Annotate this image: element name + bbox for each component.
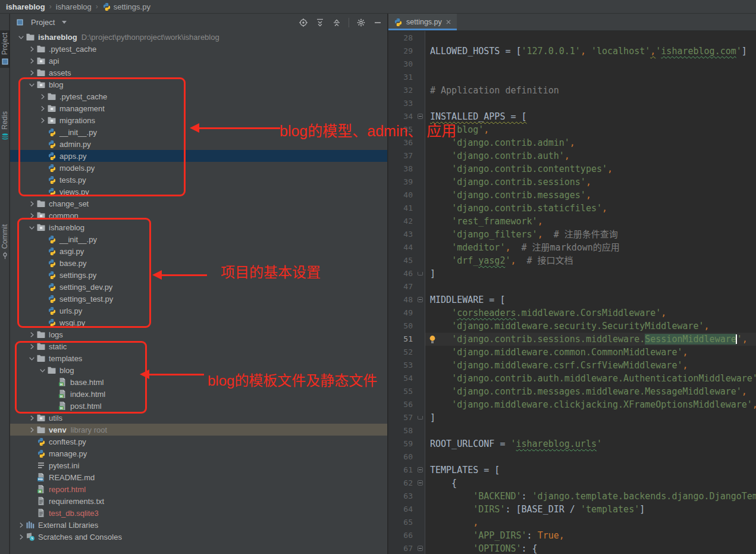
line-number[interactable]: 48 bbox=[388, 293, 425, 306]
line-number[interactable]: 44 bbox=[388, 241, 425, 254]
line-number[interactable]: 49 bbox=[388, 306, 425, 320]
line-number[interactable]: 35 bbox=[388, 123, 425, 136]
tree-item-static[interactable]: static bbox=[10, 340, 387, 352]
fold-marker-icon[interactable] bbox=[418, 416, 423, 420]
tree-item-views.py[interactable]: views.py bbox=[10, 186, 387, 198]
line-number[interactable]: 45 bbox=[388, 254, 425, 267]
line-number[interactable]: 54 bbox=[388, 372, 425, 385]
tree-item-ishareblog[interactable]: ishareblogD:\project\pythonproject\work\… bbox=[10, 31, 387, 43]
code-line-63[interactable]: 'BACKEND': 'django.template.backends.dja… bbox=[425, 490, 756, 503]
line-number[interactable]: 58 bbox=[388, 424, 425, 437]
tree-item-readme.md[interactable]: MDREADME.md bbox=[10, 471, 387, 483]
line-number[interactable]: 62 bbox=[388, 477, 425, 490]
tree-item-settings_test.py[interactable]: settings_test.py bbox=[10, 293, 387, 305]
tree-item-settings.py[interactable]: settings.py bbox=[10, 269, 387, 281]
tree-item-base.html[interactable]: Hbase.html bbox=[10, 376, 387, 388]
line-number[interactable]: 34 bbox=[388, 110, 425, 123]
fold-marker-icon[interactable] bbox=[418, 114, 423, 119]
tree-item-change_set[interactable]: change_set bbox=[10, 198, 387, 209]
chevron-expanded-icon[interactable] bbox=[27, 80, 36, 89]
code-line-66[interactable]: 'APP_DIRS': True, bbox=[425, 529, 756, 542]
chevron-expanded-icon[interactable] bbox=[37, 365, 47, 375]
code-line-58[interactable] bbox=[425, 424, 756, 437]
code-line-49[interactable]: 'corsheaders.middleware.CorsMiddleware', bbox=[425, 306, 756, 320]
tree-item-tests.py[interactable]: tests.py bbox=[10, 174, 387, 186]
code-area[interactable]: ALLOWED_HOSTS = ['127.0.0.1', 'localhost… bbox=[425, 31, 756, 554]
code-line-37[interactable]: 'django.contrib.auth', bbox=[425, 149, 756, 162]
tree-item-apps.py[interactable]: apps.py bbox=[10, 150, 387, 162]
code-line-64[interactable]: 'DIRS': [BASE_DIR / 'templates'] bbox=[425, 503, 756, 516]
tree-item-test_db.sqlite3[interactable]: test_db.sqlite3 bbox=[10, 507, 387, 519]
fold-marker-icon[interactable] bbox=[418, 546, 423, 551]
code-line-36[interactable]: 'django.contrib.admin', bbox=[425, 136, 756, 149]
chevron-collapsed-icon[interactable] bbox=[27, 68, 36, 77]
line-number[interactable]: 47 bbox=[388, 280, 425, 293]
code-line-57[interactable]: ] bbox=[425, 411, 756, 424]
stripe-button-commit[interactable]: Commit bbox=[0, 222, 10, 262]
code-line-48[interactable]: MIDDLEWARE = [ bbox=[425, 293, 756, 306]
line-number[interactable]: 56 bbox=[388, 398, 425, 411]
tree-item-templates[interactable]: templates bbox=[10, 352, 387, 364]
code-line-33[interactable] bbox=[425, 97, 756, 110]
chevron-collapsed-icon[interactable] bbox=[27, 56, 36, 65]
line-number[interactable]: 37 bbox=[388, 149, 425, 162]
line-number[interactable]: 32 bbox=[388, 84, 425, 97]
chevron-collapsed-icon[interactable] bbox=[16, 532, 26, 542]
chevron-collapsed-icon[interactable] bbox=[37, 104, 47, 113]
tree-item-external-libraries[interactable]: External Libraries bbox=[10, 519, 387, 531]
locate-icon[interactable] bbox=[299, 18, 308, 27]
code-line-67[interactable]: 'OPTIONS': { bbox=[425, 542, 756, 554]
tree-item-.pytest_cache[interactable]: .pytest_cache bbox=[10, 43, 387, 55]
code-line-61[interactable]: TEMPLATES = [ bbox=[425, 464, 756, 477]
line-number[interactable]: 50 bbox=[388, 320, 425, 333]
code-line-30[interactable] bbox=[425, 58, 756, 71]
code-line-59[interactable]: ROOT_URLCONF = 'ishareblog.urls' bbox=[425, 437, 756, 450]
code-line-62[interactable]: { bbox=[425, 477, 756, 490]
line-number[interactable]: 42 bbox=[388, 215, 425, 228]
chevron-collapsed-icon[interactable] bbox=[27, 342, 36, 351]
close-icon[interactable] bbox=[446, 19, 451, 25]
tree-item-utils[interactable]: utils bbox=[10, 412, 387, 424]
settings-gear-icon[interactable] bbox=[356, 18, 366, 27]
line-number[interactable]: 67 bbox=[388, 542, 425, 554]
tree-item-models.py[interactable]: models.py bbox=[10, 162, 387, 174]
line-number[interactable]: 28 bbox=[388, 32, 425, 45]
line-number[interactable]: 53 bbox=[388, 359, 425, 372]
line-number[interactable]: 33 bbox=[388, 97, 425, 110]
tree-item-venv[interactable]: venvlibrary root bbox=[10, 424, 387, 436]
code-line-60[interactable] bbox=[425, 450, 756, 464]
tree-item-management[interactable]: management bbox=[10, 102, 387, 114]
line-number[interactable]: 30 bbox=[388, 58, 425, 71]
code-line-32[interactable]: # Application definition bbox=[425, 84, 756, 97]
code-line-40[interactable]: 'django.contrib.messages', bbox=[425, 189, 756, 202]
tree-item-api[interactable]: api bbox=[10, 55, 387, 67]
tree-item-index.html[interactable]: Hindex.html bbox=[10, 388, 387, 400]
line-number[interactable]: 61 bbox=[388, 464, 425, 477]
fold-marker-icon[interactable] bbox=[418, 467, 423, 472]
tree-item-base.py[interactable]: base.py bbox=[10, 257, 387, 269]
code-line-53[interactable]: 'django.middleware.csrf.CsrfViewMiddlewa… bbox=[425, 359, 756, 372]
intention-bulb-icon[interactable] bbox=[428, 334, 437, 344]
code-line-43[interactable]: 'django_filters', # 注册条件查询 bbox=[425, 228, 756, 241]
chevron-collapsed-icon[interactable] bbox=[27, 413, 36, 422]
stripe-button-project[interactable]: Project bbox=[0, 30, 10, 68]
code-line-47[interactable] bbox=[425, 280, 756, 293]
stripe-button-redis[interactable]: Redis bbox=[0, 109, 10, 143]
editor-tab-settings-py[interactable]: settings.py bbox=[388, 14, 457, 30]
chevron-collapsed-icon[interactable] bbox=[27, 425, 36, 434]
tree-item-.pytest_cache[interactable]: .pytest_cache bbox=[10, 90, 387, 102]
code-line-50[interactable]: 'django.middleware.security.SecurityMidd… bbox=[425, 320, 756, 333]
fold-marker-icon[interactable] bbox=[418, 272, 423, 276]
tree-item-requirements.txt[interactable]: requirements.txt bbox=[10, 495, 387, 507]
line-number[interactable]: 52 bbox=[388, 346, 425, 359]
project-panel-title[interactable]: Project bbox=[15, 18, 67, 27]
tree-item-logs[interactable]: logs bbox=[10, 328, 387, 340]
line-number[interactable]: 46 bbox=[388, 267, 425, 280]
tree-item-conftest.py[interactable]: conftest.py bbox=[10, 436, 387, 447]
line-number[interactable]: 55 bbox=[388, 385, 425, 398]
chevron-collapsed-icon[interactable] bbox=[37, 115, 47, 125]
tree-item-wsgi.py[interactable]: wsgi.py bbox=[10, 317, 387, 328]
line-number[interactable]: 59 bbox=[388, 437, 425, 450]
tree-item-admin.py[interactable]: admin.py bbox=[10, 138, 387, 150]
code-line-42[interactable]: 'rest_framework', bbox=[425, 215, 756, 228]
